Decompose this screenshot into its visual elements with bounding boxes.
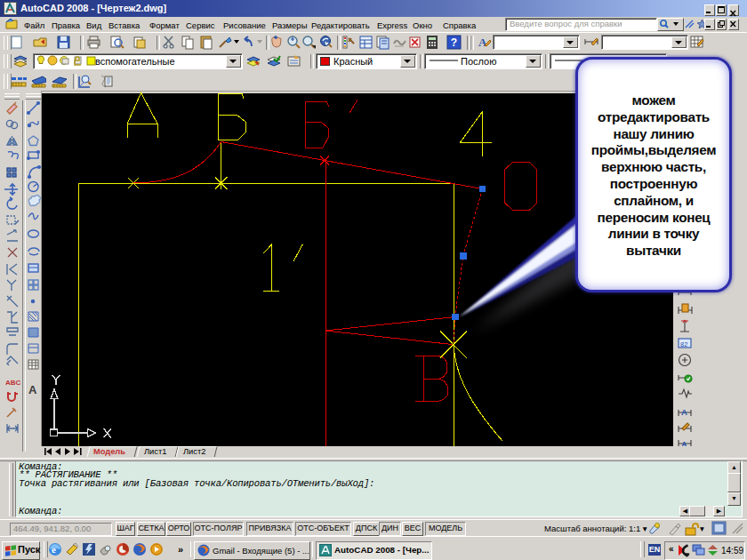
svg-text:?: ? [451, 36, 457, 49]
svg-text:A: A [28, 383, 37, 396]
svg-text:82: 82 [680, 340, 687, 348]
svg-text:A: A [681, 407, 687, 417]
svg-text:A: A [478, 36, 487, 49]
svg-text:e: e [52, 544, 56, 555]
svg-text:ABC: ABC [5, 379, 21, 387]
